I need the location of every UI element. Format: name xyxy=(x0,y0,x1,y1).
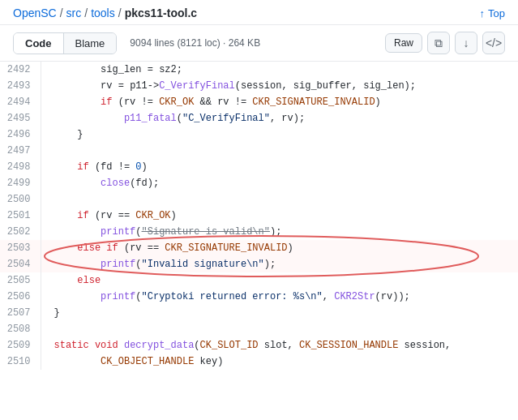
table-row: 2502 printf("Signature is valid\n"); xyxy=(0,224,518,240)
table-row: 2496 } xyxy=(0,126,518,143)
copy-icon: ⧉ xyxy=(435,36,443,50)
line-number: 2510 xyxy=(0,354,41,370)
line-code: CK_OBJECT_HANDLE key) xyxy=(41,354,518,370)
line-code: printf("Cryptoki returned error: %s\n", … xyxy=(41,289,518,305)
line-number: 2494 xyxy=(0,94,41,110)
top-label: Top xyxy=(488,7,505,19)
line-code: if (fd != 0) xyxy=(41,159,518,175)
table-row: 2492 sig_len = sz2; xyxy=(0,62,518,78)
table-row: 2493 rv = p11->C_VerifyFinal(session, si… xyxy=(0,78,518,94)
line-number: 2493 xyxy=(0,78,41,94)
line-code: } xyxy=(41,305,518,321)
line-number: 2496 xyxy=(0,126,41,143)
line-number: 2509 xyxy=(0,337,41,354)
table-row: 2500 xyxy=(0,191,518,208)
table-row: 2498 if (fd != 0) xyxy=(0,159,518,175)
table-row: 2509static void decrypt_data(CK_SLOT_ID … xyxy=(0,337,518,354)
line-number: 2506 xyxy=(0,289,41,305)
blame-tab[interactable]: Blame xyxy=(64,33,117,54)
table-row: 2501 if (rv == CKR_OK) xyxy=(0,208,518,224)
line-code: close(fd); xyxy=(41,175,518,191)
line-number: 2497 xyxy=(0,143,41,159)
line-code xyxy=(41,321,518,337)
breadcrumb-file: pkcs11-tool.c xyxy=(125,6,197,19)
download-icon: ↓ xyxy=(464,36,469,49)
line-number: 2501 xyxy=(0,208,41,224)
table-row: 2503 else if (rv == CKR_SIGNATURE_INVALI… xyxy=(0,240,518,256)
toolbar-right: Raw ⧉ ↓ </> xyxy=(385,32,505,54)
line-number: 2507 xyxy=(0,305,41,321)
breadcrumb-org[interactable]: OpenSC xyxy=(13,6,57,19)
line-number: 2499 xyxy=(0,175,41,191)
arrow-up-icon: ↑ xyxy=(480,7,486,19)
line-code: printf("Invalid signature\n"); xyxy=(41,256,518,272)
line-code: if (rv != CKR_OK && rv != CKR_SIGNATURE_… xyxy=(41,94,518,110)
table-row: 2508 xyxy=(0,321,518,337)
table-row: 2507} xyxy=(0,305,518,321)
line-number: 2492 xyxy=(0,62,41,78)
code-table: 2492 sig_len = sz2;2493 rv = p11->C_Veri… xyxy=(0,62,518,370)
table-row: 2494 if (rv != CKR_OK && rv != CKR_SIGNA… xyxy=(0,94,518,110)
breadcrumb-sep-1: / xyxy=(60,6,63,19)
line-code: } xyxy=(41,126,518,143)
line-code xyxy=(41,191,518,208)
line-number: 2495 xyxy=(0,110,41,126)
raw-view-button[interactable]: </> xyxy=(482,32,505,54)
line-number: 2503 xyxy=(0,240,41,256)
breadcrumb-sep-3: / xyxy=(118,6,122,19)
line-code: if (rv == CKR_OK) xyxy=(41,208,518,224)
line-number: 2502 xyxy=(0,224,41,240)
line-code: static void decrypt_data(CK_SLOT_ID slot… xyxy=(41,337,518,354)
copy-button[interactable]: ⧉ xyxy=(427,32,450,54)
table-row: 2504 printf("Invalid signature\n"); xyxy=(0,256,518,272)
raw-button[interactable]: Raw xyxy=(385,33,422,53)
breadcrumb-bar: OpenSC / src / tools / pkcs11-tool.c ↑ T… xyxy=(0,0,518,25)
table-row: 2505 else xyxy=(0,272,518,289)
line-number: 2508 xyxy=(0,321,41,337)
toolbar: Code Blame 9094 lines (8121 loc) · 264 K… xyxy=(0,25,518,62)
line-number: 2504 xyxy=(0,256,41,272)
line-code: else xyxy=(41,272,518,289)
line-code: p11_fatal("C_VerifyFinal", rv); xyxy=(41,110,518,126)
code-tab[interactable]: Code xyxy=(14,33,64,54)
file-info: 9094 lines (8121 loc) · 264 KB xyxy=(130,37,260,49)
top-link[interactable]: ↑ Top xyxy=(480,7,505,19)
line-code xyxy=(41,143,518,159)
line-code: rv = p11->C_VerifyFinal(session, sig_buf… xyxy=(41,78,518,94)
table-row: 2497 xyxy=(0,143,518,159)
table-row: 2510 CK_OBJECT_HANDLE key) xyxy=(0,354,518,370)
table-row: 2499 close(fd); xyxy=(0,175,518,191)
line-number: 2500 xyxy=(0,191,41,208)
breadcrumb-sep-2: / xyxy=(84,6,88,19)
table-row: 2506 printf("Cryptoki returned error: %s… xyxy=(0,289,518,305)
line-number: 2505 xyxy=(0,272,41,289)
line-code: else if (rv == CKR_SIGNATURE_INVALID) xyxy=(41,240,518,256)
download-button[interactable]: ↓ xyxy=(455,32,477,54)
breadcrumb-tools[interactable]: tools xyxy=(91,6,115,19)
table-row: 2495 p11_fatal("C_VerifyFinal", rv); xyxy=(0,110,518,126)
code-icon: </> xyxy=(486,36,502,49)
line-number: 2498 xyxy=(0,159,41,175)
code-container[interactable]: 2492 sig_len = sz2;2493 rv = p11->C_Veri… xyxy=(0,62,518,413)
line-code: printf("Signature is valid\n"); xyxy=(41,224,518,240)
breadcrumb: OpenSC / src / tools / pkcs11-tool.c xyxy=(13,6,197,19)
line-code: sig_len = sz2; xyxy=(41,62,518,78)
breadcrumb-src[interactable]: src xyxy=(66,6,82,19)
tab-group: Code Blame xyxy=(13,32,117,54)
